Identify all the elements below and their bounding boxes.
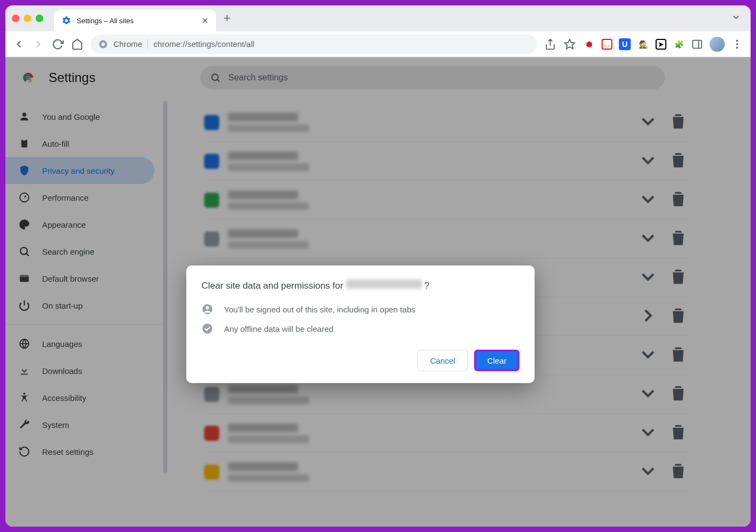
svg-point-1 <box>102 43 105 46</box>
share-icon[interactable] <box>544 38 556 50</box>
browser-toolbar: Chrome chrome://settings/content/all ⬢ ◡… <box>5 31 751 57</box>
dialog-info-signout: You'll be signed out of this site, inclu… <box>201 303 519 315</box>
extension-icon-2[interactable]: ◡ <box>602 39 612 50</box>
person-circle-icon <box>201 303 213 315</box>
back-button[interactable] <box>13 38 25 50</box>
clear-button[interactable]: Clear <box>474 350 519 371</box>
extensions-puzzle-icon[interactable]: 🧩 <box>673 38 685 50</box>
tabs-dropdown-icon[interactable] <box>731 12 741 24</box>
close-tab-icon[interactable]: ✕ <box>201 16 208 26</box>
address-bar[interactable]: Chrome chrome://settings/content/all <box>91 35 537 54</box>
minimize-window-button[interactable] <box>24 15 31 22</box>
svg-point-30 <box>206 306 209 309</box>
svg-point-7 <box>736 43 738 45</box>
address-url: chrome://settings/content/all <box>153 39 254 49</box>
svg-point-31 <box>202 324 212 333</box>
profile-avatar[interactable] <box>710 37 725 52</box>
bookmark-star-icon[interactable] <box>564 38 576 50</box>
reload-button[interactable] <box>52 38 64 50</box>
extension-icons: ⬢ ◡ U 🕵️ ➤ 🧩 <box>583 37 743 52</box>
svg-point-8 <box>736 46 738 49</box>
svg-marker-3 <box>565 39 575 48</box>
extension-icon-5[interactable]: ➤ <box>656 39 666 50</box>
new-tab-button[interactable]: + <box>224 11 231 25</box>
extension-icon-3[interactable]: U <box>619 38 631 50</box>
maximize-window-button[interactable] <box>36 15 43 22</box>
dialog-info-offline: Any offline data will be cleared <box>201 323 519 335</box>
forward-button[interactable] <box>32 38 44 50</box>
cancel-button[interactable]: Cancel <box>417 350 468 371</box>
side-panel-icon[interactable] <box>691 38 703 50</box>
svg-rect-4 <box>693 40 702 48</box>
chrome-icon <box>98 39 108 49</box>
check-circle-icon <box>201 323 213 335</box>
dialog-title: Clear site data and permissions for ? <box>201 279 519 291</box>
redacted-site-name <box>346 279 422 289</box>
extension-icon-1[interactable]: ⬢ <box>583 38 595 50</box>
titlebar: Settings – All sites ✕ + <box>5 5 751 31</box>
browser-tab[interactable]: Settings – All sites ✕ <box>54 10 216 31</box>
home-button[interactable] <box>71 38 83 50</box>
kebab-menu-icon[interactable] <box>731 38 743 50</box>
address-label: Chrome <box>113 39 148 49</box>
tab-title: Settings – All sites <box>77 17 196 25</box>
gear-icon <box>62 16 71 25</box>
window-controls <box>12 15 43 22</box>
close-window-button[interactable] <box>12 15 19 22</box>
clear-site-data-dialog: Clear site data and permissions for ? Yo… <box>186 265 535 383</box>
extension-icon-4[interactable]: 🕵️ <box>637 38 649 50</box>
svg-point-6 <box>736 39 738 42</box>
